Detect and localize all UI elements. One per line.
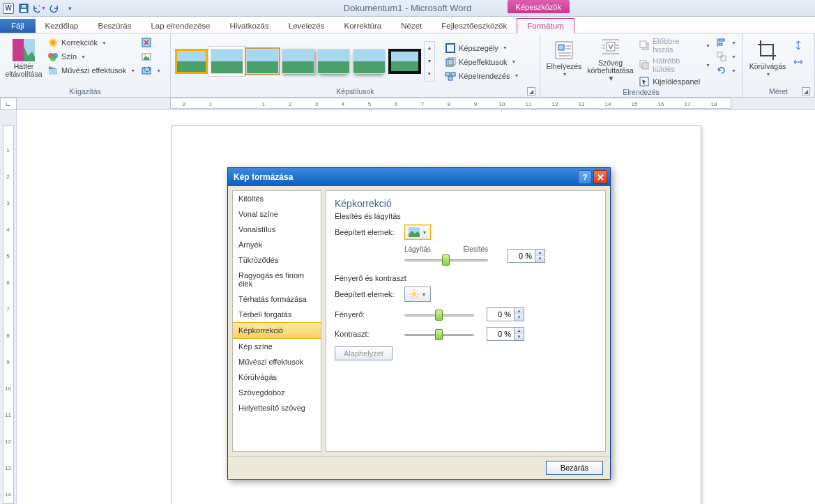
style-thumb-4[interactable] — [282, 49, 314, 74]
contrast-input[interactable] — [487, 330, 514, 338]
brightness-slider[interactable] — [404, 310, 474, 321]
style-thumb-1[interactable] — [175, 49, 208, 74]
dialog-nav-item[interactable]: Térhatás formázása — [233, 291, 321, 307]
styles-row-down[interactable]: ▼ — [425, 54, 434, 68]
tab-format[interactable]: Formátum — [517, 18, 574, 33]
styles-expand[interactable]: ▾ — [425, 68, 434, 81]
tab-layout[interactable]: Lap elrendezése — [141, 19, 220, 33]
sharpen-input[interactable] — [508, 252, 535, 260]
bring-forward-button[interactable]: Előbbre hozás▼ — [637, 36, 712, 54]
spin-down[interactable]: ▼ — [514, 314, 524, 321]
contrast-spinner[interactable]: ▲▼ — [487, 327, 524, 341]
tab-review[interactable]: Korrektúra — [335, 19, 392, 33]
svg-rect-1 — [21, 9, 26, 12]
compress-pictures-button[interactable] — [139, 36, 162, 49]
spin-up[interactable]: ▲ — [514, 308, 524, 314]
reset-button[interactable]: Alaphelyzet — [335, 346, 393, 360]
picture-border-button[interactable]: Képszegély▼ — [443, 42, 520, 54]
send-backward-button[interactable]: Hátrébb küldés▼ — [637, 56, 712, 74]
rotate-button[interactable]: ▼ — [715, 64, 738, 77]
slider-thumb[interactable] — [442, 254, 450, 266]
artistic-effects-button[interactable]: Művészi effektusok▼ — [46, 64, 137, 77]
dialog-nav-item[interactable]: Vonalstílus — [233, 222, 321, 237]
crop-button[interactable]: Körülvágás▼ — [747, 35, 789, 82]
svg-line-51 — [416, 297, 418, 298]
tab-view[interactable]: Nézet — [391, 19, 432, 33]
styles-launcher[interactable]: ◢ — [527, 87, 535, 96]
dialog-nav-item[interactable]: Szövegdoboz — [233, 385, 321, 400]
spin-down[interactable]: ▼ — [514, 334, 524, 340]
size-launcher[interactable]: ◢ — [802, 87, 810, 96]
crop-icon — [756, 39, 779, 61]
brightness-spinner[interactable]: ▲▼ — [487, 307, 524, 321]
tab-selector[interactable]: ∟ — [0, 98, 17, 110]
dialog-nav-item[interactable]: Helyettesítő szöveg — [233, 400, 321, 415]
slider-thumb[interactable] — [435, 310, 443, 321]
redo-button[interactable] — [47, 1, 61, 15]
picture-layout-button[interactable]: Képelrendezés▼ — [443, 70, 520, 82]
dialog-nav-item[interactable]: Vonal színe — [233, 206, 321, 222]
ribbon: Háttéreltávolítása Korrekciók▼ Szín▼ Műv… — [0, 33, 815, 98]
style-thumb-6[interactable] — [353, 49, 386, 74]
dialog-nav-item[interactable]: Kitöltés — [233, 191, 321, 206]
styles-row-up[interactable]: ▲ — [425, 42, 434, 55]
selection-pane-icon — [639, 76, 650, 87]
dialog-titlebar[interactable]: Kép formázása ? ✕ — [228, 168, 610, 186]
styles-more: ▲ ▼ ▾ — [424, 41, 435, 82]
app-menu-button[interactable]: W — [1, 1, 15, 15]
dialog-nav-item[interactable]: Képkorrekció — [233, 322, 321, 339]
group-styles-label: Képstílusok — [336, 87, 374, 96]
dialog-nav-item[interactable]: Ragyogás és finom élek — [233, 268, 321, 291]
save-button[interactable] — [17, 1, 31, 15]
corrections-button[interactable]: Korrekciók▼ — [46, 36, 137, 49]
tab-insert[interactable]: Beszúrás — [89, 19, 142, 33]
svg-rect-40 — [719, 39, 724, 41]
qat-customize[interactable]: ▾ — [63, 1, 77, 15]
close-dialog-button[interactable]: Bezárás — [546, 461, 603, 475]
brightness-presets-button[interactable]: ▼ — [404, 287, 431, 302]
spin-up[interactable]: ▲ — [535, 250, 544, 256]
dialog-nav-item[interactable]: Térbeli forgatás — [233, 307, 321, 322]
color-button[interactable]: Szín▼ — [46, 50, 137, 63]
vertical-ruler[interactable]: 1234567891011121314 — [3, 125, 14, 504]
slider-thumb[interactable] — [435, 329, 443, 340]
svg-rect-41 — [719, 43, 722, 45]
reset-picture-button[interactable]: ▼ — [139, 64, 162, 77]
sharpen-slider[interactable] — [404, 254, 488, 266]
picture-effects-button[interactable]: Képeffektusok▼ — [443, 56, 520, 68]
dialog-nav-item[interactable]: Tükröződés — [233, 252, 321, 268]
undo-button[interactable]: ▼ — [32, 1, 46, 15]
position-button[interactable]: Elhelyezés▼ — [544, 35, 584, 82]
contrast-slider[interactable] — [404, 329, 474, 340]
dialog-close-button[interactable]: ✕ — [593, 170, 607, 184]
style-thumb-5[interactable] — [317, 49, 350, 74]
horizontal-ruler[interactable]: 21123456789101112131415161718 — [170, 98, 731, 109]
tab-developer[interactable]: Fejlesztőeszközök — [432, 19, 517, 33]
selection-pane-button[interactable]: Kijelöléspanel — [637, 75, 712, 88]
svg-rect-37 — [642, 63, 648, 69]
dialog-nav-item[interactable]: Kép színe — [233, 339, 321, 354]
artistic-icon — [47, 65, 59, 76]
dialog-help-button[interactable]: ? — [578, 170, 592, 184]
sharpen-presets-button[interactable]: ▼ — [404, 224, 431, 240]
dialog-nav-item[interactable]: Művészi effektusok — [233, 354, 321, 369]
remove-background-button[interactable]: Háttéreltávolítása — [4, 35, 43, 82]
tab-mailings[interactable]: Levelezés — [279, 19, 335, 33]
group-objects-button[interactable]: ▼ — [715, 50, 738, 63]
svg-rect-22 — [558, 45, 564, 50]
brightness-input[interactable] — [487, 310, 514, 319]
sharpen-spinner[interactable]: ▲▼ — [508, 249, 545, 263]
style-thumb-2[interactable] — [211, 49, 243, 74]
change-picture-button[interactable] — [139, 50, 162, 63]
style-thumb-7[interactable] — [388, 49, 421, 74]
tab-home[interactable]: Kezdőlap — [36, 19, 89, 33]
tab-file[interactable]: Fájl — [0, 19, 36, 33]
spin-down[interactable]: ▼ — [535, 256, 544, 262]
wrap-text-button[interactable]: Szövegkörbefuttatása ▼ — [586, 35, 634, 82]
align-button[interactable]: ▼ — [715, 36, 738, 49]
dialog-nav-item[interactable]: Körülvágás — [233, 369, 321, 385]
dialog-nav-item[interactable]: Árnyék — [233, 237, 321, 252]
spin-up[interactable]: ▲ — [514, 328, 524, 334]
style-thumb-3[interactable] — [246, 49, 279, 74]
tab-references[interactable]: Hivatkozás — [220, 19, 278, 33]
